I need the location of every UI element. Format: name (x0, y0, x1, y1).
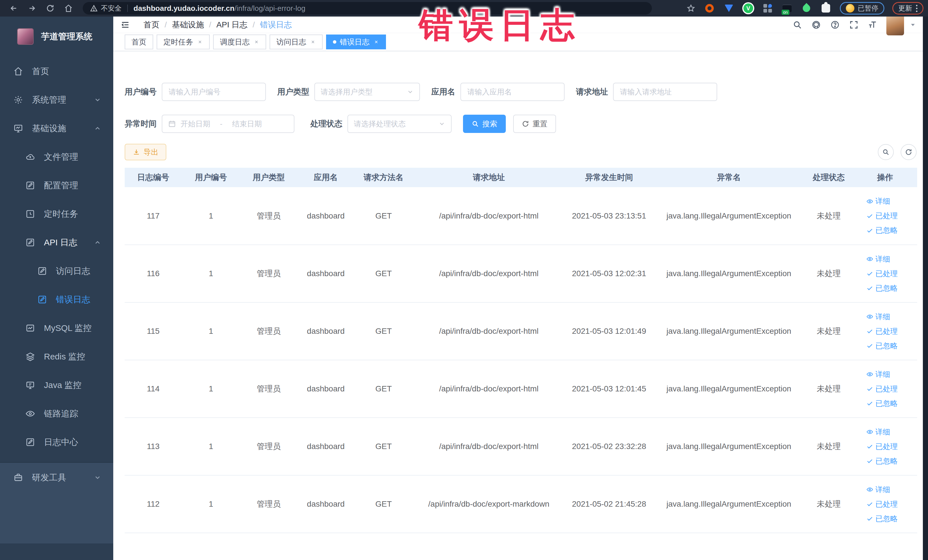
edit-square-icon (25, 237, 35, 248)
home-icon[interactable] (63, 3, 73, 14)
browser-menu-icon[interactable] (916, 4, 917, 12)
tab-home[interactable]: 首页 (125, 35, 153, 49)
sidebar-item-system[interactable]: 系统管理 (0, 85, 113, 114)
sidebar-item-log-center[interactable]: 日志中心 (0, 428, 113, 456)
extension-grid-icon[interactable] (762, 2, 774, 14)
status-text: 未处理 (804, 418, 853, 475)
app-name-input[interactable] (461, 83, 565, 101)
eye-icon (866, 429, 873, 435)
update-label: 更新 (898, 4, 912, 13)
eye-icon (866, 313, 873, 320)
user-type-label: 用户类型 (277, 87, 309, 97)
sidebar-item-mysql-monitor[interactable]: MySQL 监控 (0, 314, 113, 342)
table-header-row: 日志编号 用户编号 用户类型 应用名 请求方法名 请求地址 异常发生时间 异常名… (125, 168, 917, 187)
sidebar-item-java-monitor[interactable]: Java 监控 (0, 371, 113, 400)
process-status-select[interactable]: 请选择处理状态 (348, 115, 452, 133)
sidebar-fold-icon[interactable] (119, 19, 131, 31)
col-status: 处理状态 (804, 168, 853, 187)
search-icon (472, 120, 479, 128)
close-icon[interactable] (374, 39, 379, 45)
sidebar-item-trace[interactable]: 链路追踪 (0, 400, 113, 428)
detail-link[interactable]: 详细 (866, 369, 890, 379)
detail-link[interactable]: 详细 (866, 196, 890, 206)
extension-orange-icon[interactable] (704, 2, 716, 14)
sidebar-item-error-log[interactable]: 错误日志 (0, 285, 113, 314)
mark-ignored-link[interactable]: 已忽略 (866, 225, 898, 235)
tab-error-log[interactable]: 错误日志 (326, 35, 386, 49)
sidebar-item-redis-monitor[interactable]: Redis 监控 (0, 342, 113, 371)
reload-icon[interactable] (45, 3, 55, 14)
extensions-puzzle-icon[interactable] (820, 2, 832, 14)
breadcrumb-api-log[interactable]: API 日志 (217, 20, 247, 30)
detail-link[interactable]: 详细 (866, 485, 890, 495)
detail-link[interactable]: 详细 (866, 312, 890, 322)
scrollbar[interactable] (923, 17, 928, 560)
close-icon[interactable] (253, 39, 259, 45)
font-size-icon[interactable] (866, 18, 879, 31)
forward-icon[interactable] (27, 3, 37, 14)
sidebar-item-infrastructure[interactable]: 基础设施 (0, 114, 113, 143)
toggle-search-button[interactable] (878, 144, 894, 160)
github-icon[interactable] (810, 18, 823, 31)
mark-processed-link[interactable]: 已处理 (866, 442, 898, 452)
mark-processed-link[interactable]: 已处理 (866, 327, 898, 336)
mark-ignored-link[interactable]: 已忽略 (866, 514, 898, 524)
request-url-input[interactable] (613, 83, 717, 101)
header-actions (785, 14, 917, 35)
app-logo-avatar (17, 28, 34, 45)
sidebar-item-home[interactable]: 首页 (0, 57, 113, 85)
extension-shield-icon[interactable] (723, 2, 735, 14)
user-type-select[interactable]: 请选择用户类型 (314, 83, 420, 101)
app-logo-row[interactable]: 芋道管理系统 (0, 17, 113, 48)
col-exception-name: 异常名 (653, 168, 804, 187)
status-text: 未处理 (804, 187, 853, 245)
mark-ignored-link[interactable]: 已忽略 (866, 341, 898, 351)
back-icon[interactable] (9, 3, 19, 14)
exception-time-range-picker[interactable]: 开始日期 - 结束日期 (162, 115, 295, 133)
sidebar-item-config-management[interactable]: 配置管理 (0, 171, 113, 200)
help-icon[interactable] (829, 18, 841, 31)
security-label: 不安全 (101, 4, 122, 13)
search-button[interactable]: 搜索 (463, 115, 506, 133)
filter-row-2: 异常时间 开始日期 - 结束日期 处理状态 请选择处理状态 (125, 115, 917, 133)
profile-paused-chip[interactable]: 已暂停 (840, 2, 884, 15)
extension-on-badge-icon[interactable]: on (781, 2, 793, 14)
search-icon[interactable] (791, 18, 804, 31)
export-button[interactable]: 导出 (125, 144, 166, 160)
mark-ignored-link[interactable]: 已忽略 (866, 283, 898, 293)
sidebar-item-access-log[interactable]: 访问日志 (0, 257, 113, 285)
extension-green-v-icon[interactable]: V (742, 2, 754, 14)
detail-link[interactable]: 详细 (866, 254, 890, 264)
mark-ignored-link[interactable]: 已忽略 (866, 456, 898, 466)
reset-button[interactable]: 重置 (513, 115, 556, 133)
fullscreen-icon[interactable] (847, 18, 860, 31)
chevron-down-icon[interactable] (909, 21, 917, 29)
extension-sprout-icon[interactable] (800, 2, 812, 14)
close-icon[interactable] (310, 39, 316, 45)
tab-schedule-log[interactable]: 调度日志 (213, 35, 266, 49)
process-status-label: 处理状态 (310, 118, 342, 129)
mark-processed-link[interactable]: 已处理 (866, 211, 898, 221)
sidebar-item-scheduled-task[interactable]: 定时任务 (0, 200, 113, 228)
user-avatar[interactable] (886, 14, 904, 35)
user-id-input[interactable] (162, 83, 266, 101)
tab-scheduled-task[interactable]: 定时任务 (157, 35, 210, 49)
detail-link[interactable]: 详细 (866, 427, 890, 437)
page-content: 用户编号 用户类型 请选择用户类型 应用名 请求地址 (113, 83, 928, 533)
sidebar-item-api-log[interactable]: API 日志 (0, 228, 113, 257)
refresh-table-button[interactable] (901, 144, 917, 160)
sidebar-item-dev-tools[interactable]: 研发工具 (0, 463, 113, 492)
breadcrumb-infrastructure[interactable]: 基础设施 (172, 20, 204, 30)
app-name-label: 应用名 (431, 87, 455, 97)
tab-access-log[interactable]: 访问日志 (270, 35, 323, 49)
mark-ignored-link[interactable]: 已忽略 (866, 398, 898, 409)
close-icon[interactable] (197, 39, 203, 45)
mark-processed-link[interactable]: 已处理 (866, 269, 898, 279)
mark-processed-link[interactable]: 已处理 (866, 384, 898, 394)
breadcrumb-home[interactable]: 首页 (143, 20, 159, 30)
bookmark-star-icon[interactable] (686, 3, 696, 14)
sidebar-item-file-management[interactable]: 文件管理 (0, 143, 113, 171)
browser-update-button[interactable]: 更新 (892, 2, 923, 15)
url-divider (127, 5, 128, 12)
mark-processed-link[interactable]: 已处理 (866, 499, 898, 509)
